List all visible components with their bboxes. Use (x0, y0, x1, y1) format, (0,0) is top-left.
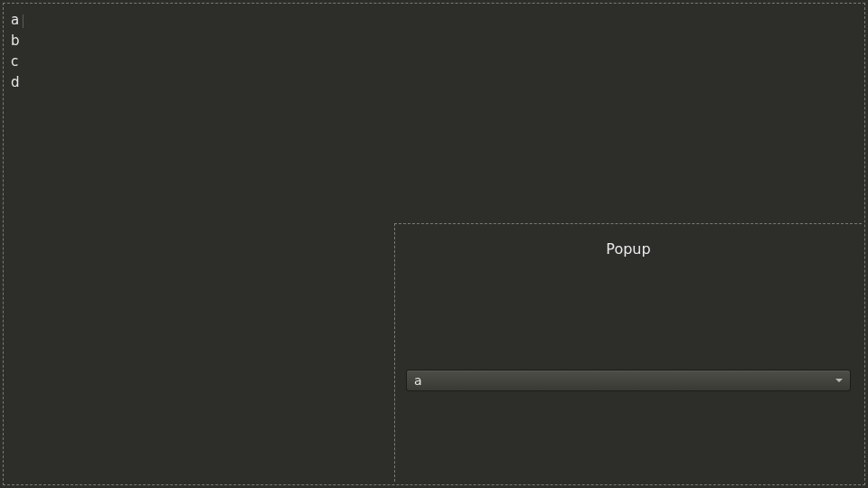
list-item[interactable]: b (11, 32, 20, 51)
main-frame: a b c d Popup a (3, 3, 865, 485)
list-item[interactable]: d (11, 73, 20, 92)
text-cursor (23, 14, 24, 28)
dropdown-selected-value: a (414, 373, 830, 388)
chevron-down-icon (835, 379, 843, 382)
dropdown[interactable]: a (406, 370, 851, 391)
list-area: a b c d (11, 11, 20, 92)
list-item[interactable]: c (11, 52, 20, 71)
popup-panel: Popup a (394, 223, 862, 482)
list-item[interactable]: a (11, 11, 20, 30)
popup-title: Popup (395, 240, 862, 258)
